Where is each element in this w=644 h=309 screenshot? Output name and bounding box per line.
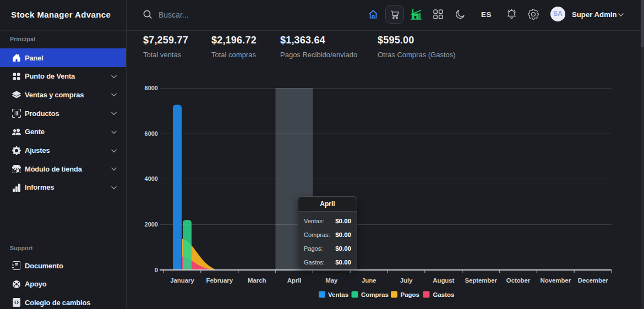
svg-text:May: May: [325, 277, 338, 284]
svg-text:8000: 8000: [145, 85, 158, 91]
svg-text:June: June: [362, 277, 376, 284]
svg-text:September: September: [465, 277, 497, 284]
svg-text:March: March: [248, 277, 266, 284]
svg-text:Ventas: Ventas: [328, 291, 348, 298]
svg-text:0: 0: [155, 267, 158, 273]
svg-text:4000: 4000: [145, 175, 158, 182]
svg-text:2000: 2000: [145, 221, 158, 228]
svg-text:August: August: [433, 277, 454, 284]
svg-text:Pagos: Pagos: [401, 291, 420, 298]
svg-text:Gastos: Gastos: [433, 291, 455, 298]
svg-text:November: November: [541, 277, 571, 284]
svg-text:6000: 6000: [145, 130, 158, 137]
svg-text:April: April: [287, 277, 302, 284]
svg-text:July: July: [400, 277, 413, 284]
svg-text:October: October: [506, 277, 531, 284]
svg-text:Compras: Compras: [361, 291, 389, 298]
svg-text:January: January: [170, 277, 194, 284]
svg-text:December: December: [578, 277, 608, 284]
svg-text:February: February: [206, 277, 233, 284]
